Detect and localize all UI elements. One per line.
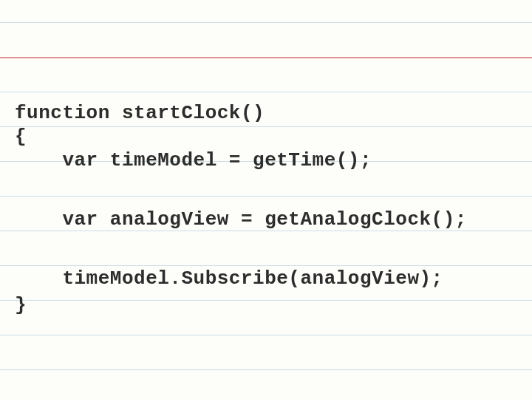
code-line-3: var timeModel = getTime(); [15,149,372,171]
code-line-4: var analogView = getAnalogClock(); [15,208,467,231]
code-block: function startClock() { var timeModel = … [0,0,47,177]
notepaper-slide: function startClock() { var timeModel = … [0,0,532,399]
code-line-5: timeModel.Subscribe(analogView); [15,267,443,290]
code-line-6: } [15,294,27,316]
code-line-2: { [15,126,27,148]
code-line-1: function startClock() [15,102,265,124]
